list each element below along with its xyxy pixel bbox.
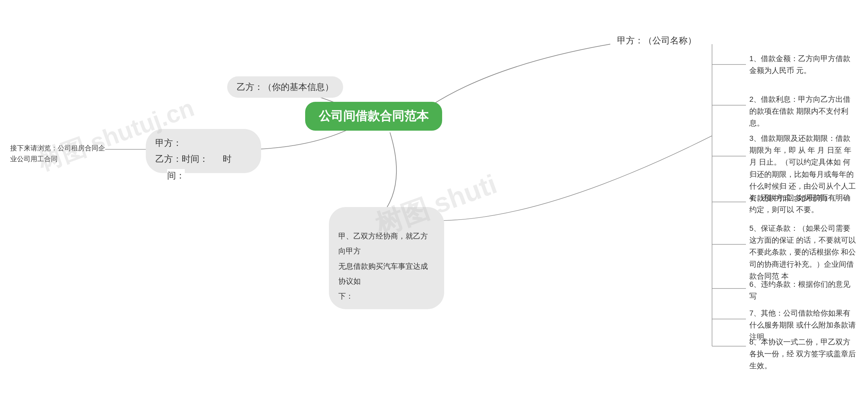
item1: 1、借款金额：乙方向甲方借款金额为人民币 元。 bbox=[749, 53, 858, 76]
node-jiafang-label: 甲方： bbox=[155, 137, 252, 149]
item4: 4、还款方式：如果前面有明确约定，则可以 不要。 bbox=[749, 192, 858, 216]
node-jiafang: 甲方：（公司名称） bbox=[617, 34, 696, 47]
item8: 8、本协议一式二份，甲乙双方各执一份，经 双方签字或盖章后生效。 bbox=[749, 336, 858, 372]
item2: 2、借款利息：甲方向乙方出借的款项在借款 期限内不支付利息。 bbox=[749, 93, 858, 129]
node-yifang-time: 乙方：时间： 时 bbox=[155, 153, 252, 165]
item6: 6、违约条款：根据你们的意见写 bbox=[749, 278, 858, 302]
center-node: 公司间借款合同范本 bbox=[305, 102, 442, 131]
node-jian: 间： bbox=[167, 169, 185, 182]
node-agreement: 甲、乙双方经协商，就乙方向甲方 无息借款购买汽车事宜达成协议如 下： bbox=[329, 207, 444, 309]
node-jiafang-yifang-group: 甲方： 乙方：时间： 时 bbox=[146, 129, 261, 173]
side-link-note: 接下来请浏览：公司租房合同企业公司用工合同 bbox=[10, 143, 105, 164]
node-yifang: 乙方：（你的基本信息） bbox=[227, 76, 343, 98]
agreement-text: 甲、乙双方经协商，就乙方向甲方 无息借款购买汽车事宜达成协议如 下： bbox=[338, 232, 428, 300]
item5: 5、保证条款：（如果公司需要这方面的保证 的话，不要就可以不要此条款，要的话根据… bbox=[749, 222, 858, 282]
